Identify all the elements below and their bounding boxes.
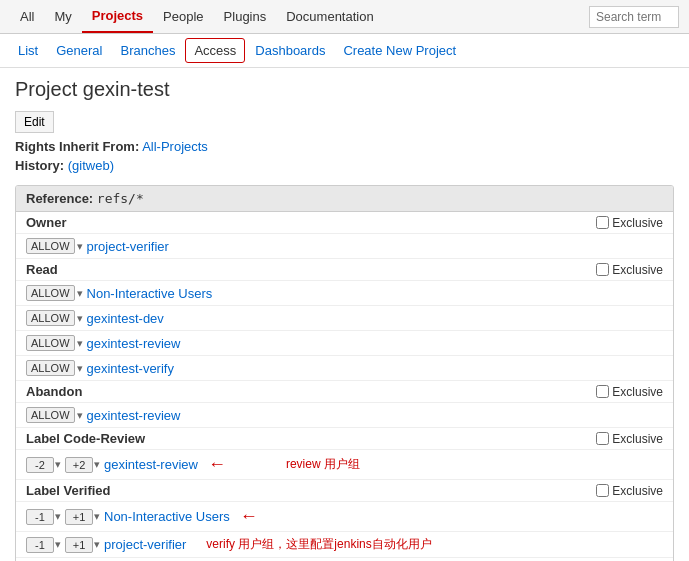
owner-section-header: Owner Exclusive xyxy=(16,212,673,234)
arrow-icon: ▾ xyxy=(55,538,61,551)
nav-item-plugins[interactable]: Plugins xyxy=(214,1,277,32)
label-code-review-label: Label Code-Review xyxy=(26,431,145,446)
edit-button[interactable]: Edit xyxy=(15,111,54,133)
label-verified-header: Label Verified Exclusive xyxy=(16,480,673,502)
num-badge-pos1-1: +1 xyxy=(65,509,93,525)
annotation-verify-group: verify 用户组，这里配置jenkins自动化用户 xyxy=(206,536,431,553)
arrow-annotation-left-2: ← xyxy=(240,506,258,527)
read-entry-2: ALLOW ▾ gexintest-dev xyxy=(16,306,673,331)
arrow-icon: ▾ xyxy=(77,240,83,253)
sub-nav-general[interactable]: General xyxy=(48,39,110,62)
sub-nav-access[interactable]: Access xyxy=(185,38,245,63)
num-badge-pos2: +2 xyxy=(65,457,93,473)
history-label: History: xyxy=(15,158,64,173)
history-row: History: (gitweb) xyxy=(15,158,674,173)
ref-section-refs-star: Reference: refs/* Owner Exclusive ALLOW … xyxy=(15,185,674,561)
owner-entry-1: ALLOW ▾ project-verifier xyxy=(16,234,673,259)
label-verified-entry-2: -1 ▾ +1 ▾ project-verifier verify 用户组，这里… xyxy=(16,532,673,558)
read-exclusive-checkbox[interactable] xyxy=(596,263,609,276)
page-content: Project gexin-test Edit Rights Inherit F… xyxy=(0,68,689,561)
sub-nav-create-new-project[interactable]: Create New Project xyxy=(335,39,464,62)
num-badge-neg1-2: -1 xyxy=(26,537,54,553)
user-link-non-interactive[interactable]: Non-Interactive Users xyxy=(87,286,213,301)
search-input[interactable] xyxy=(589,6,679,28)
label-code-review-header: Label Code-Review Exclusive xyxy=(16,428,673,450)
label-verified-exclusive: Exclusive xyxy=(596,484,663,498)
ref-label: Reference: xyxy=(26,191,97,206)
rights-label: Rights Inherit From: xyxy=(15,139,139,154)
abandon-label: Abandon xyxy=(26,384,82,399)
num-badge-neg2: -2 xyxy=(26,457,54,473)
history-link[interactable]: (gitweb) xyxy=(68,158,114,173)
arrow-icon: ▾ xyxy=(77,409,83,422)
abandon-section-header: Abandon Exclusive xyxy=(16,381,673,403)
arrow-icon: ▾ xyxy=(94,538,100,551)
sub-nav-list[interactable]: List xyxy=(10,39,46,62)
label-code-review-entry-1: -2 ▾ +2 ▾ gexintest-review ← review 用户组 xyxy=(16,450,673,480)
allow-badge: ALLOW xyxy=(26,407,75,423)
read-label: Read xyxy=(26,262,58,277)
allow-badge: ALLOW xyxy=(26,285,75,301)
abandon-entry-1: ALLOW ▾ gexintest-review xyxy=(16,403,673,428)
user-link-gexintest-verify[interactable]: gexintest-verify xyxy=(87,361,174,376)
user-link-gexintest-review-3[interactable]: gexintest-review xyxy=(104,457,198,472)
user-link-gexintest-review-2[interactable]: gexintest-review xyxy=(87,408,181,423)
user-link-gexintest-review-1[interactable]: gexintest-review xyxy=(87,336,181,351)
ref-header-refs-star: Reference: refs/* xyxy=(16,186,673,212)
sub-nav-dashboards[interactable]: Dashboards xyxy=(247,39,333,62)
user-link-project-verifier-2[interactable]: project-verifier xyxy=(104,537,186,552)
num-badge-pos1-2: +1 xyxy=(65,537,93,553)
read-entry-4: ALLOW ▾ gexintest-verify xyxy=(16,356,673,381)
top-navigation: All My Projects People Plugins Documenta… xyxy=(0,0,689,34)
label-code-review-checkbox[interactable] xyxy=(596,432,609,445)
arrow-annotation-left-1: ← xyxy=(208,454,226,475)
annotation-review-group: review 用户组 xyxy=(286,456,360,473)
label-verified-checkbox[interactable] xyxy=(596,484,609,497)
sub-nav-branches[interactable]: Branches xyxy=(112,39,183,62)
allow-badge: ALLOW xyxy=(26,360,75,376)
read-exclusive: Exclusive xyxy=(596,263,663,277)
nav-item-people[interactable]: People xyxy=(153,1,213,32)
allow-badge: ALLOW xyxy=(26,310,75,326)
arrow-icon: ▾ xyxy=(77,312,83,325)
allow-badge: ALLOW xyxy=(26,335,75,351)
read-entry-3: ALLOW ▾ gexintest-review xyxy=(16,331,673,356)
page-title: Project gexin-test xyxy=(15,78,674,101)
ref-value-star: refs/* xyxy=(97,191,144,206)
read-section-header: Read Exclusive xyxy=(16,259,673,281)
owner-exclusive-checkbox[interactable] xyxy=(596,216,609,229)
arrow-icon: ▾ xyxy=(55,510,61,523)
read-entry-1: ALLOW ▾ Non-Interactive Users xyxy=(16,281,673,306)
rights-link[interactable]: All-Projects xyxy=(142,139,208,154)
arrow-icon: ▾ xyxy=(94,510,100,523)
user-link-gexintest-dev-1[interactable]: gexintest-dev xyxy=(87,311,164,326)
abandon-exclusive-checkbox[interactable] xyxy=(596,385,609,398)
nav-item-documentation[interactable]: Documentation xyxy=(276,1,383,32)
label-code-review-exclusive: Exclusive xyxy=(596,432,663,446)
label-verified-entry-1: -1 ▾ +1 ▾ Non-Interactive Users ← xyxy=(16,502,673,532)
owner-label: Owner xyxy=(26,215,66,230)
top-nav-items: All My Projects People Plugins Documenta… xyxy=(10,0,589,33)
label-verified-label: Label Verified xyxy=(26,483,111,498)
abandon-exclusive: Exclusive xyxy=(596,385,663,399)
arrow-icon: ▾ xyxy=(77,287,83,300)
nav-item-projects[interactable]: Projects xyxy=(82,0,153,33)
nav-item-all[interactable]: All xyxy=(10,1,44,32)
user-link-project-verifier-1[interactable]: project-verifier xyxy=(87,239,169,254)
arrow-icon: ▾ xyxy=(94,458,100,471)
allow-badge: ALLOW xyxy=(26,238,75,254)
arrow-icon: ▾ xyxy=(77,362,83,375)
sub-navigation: List General Branches Access Dashboards … xyxy=(0,34,689,68)
rights-inherit: Rights Inherit From: All-Projects xyxy=(15,139,674,154)
arrow-icon: ▾ xyxy=(55,458,61,471)
owner-exclusive: Exclusive xyxy=(596,216,663,230)
arrow-icon: ▾ xyxy=(77,337,83,350)
num-badge-neg1-1: -1 xyxy=(26,509,54,525)
user-link-non-interactive-2[interactable]: Non-Interactive Users xyxy=(104,509,230,524)
nav-item-my[interactable]: My xyxy=(44,1,81,32)
